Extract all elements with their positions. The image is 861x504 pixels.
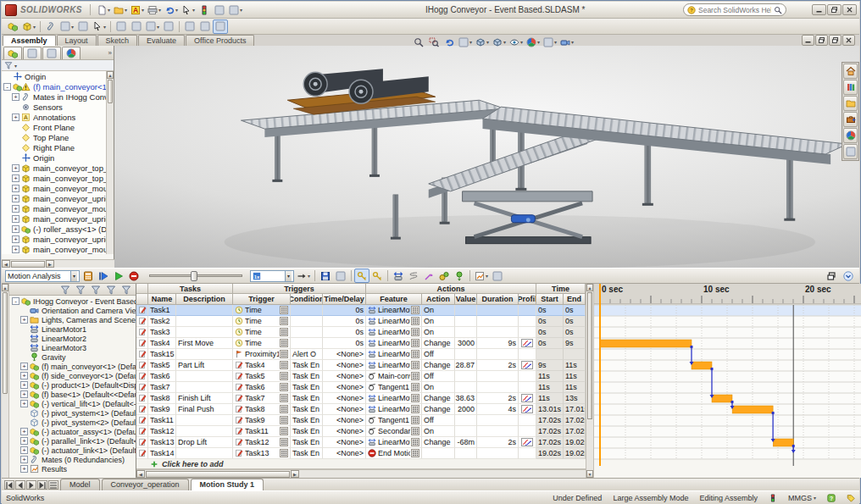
- force-button[interactable]: [421, 269, 436, 283]
- tree-item-f-main-conveyor-1-defau[interactable]: +(f) main_conveyor<1> (Defau: [10, 362, 136, 371]
- scroll-thumb[interactable]: [587, 292, 592, 419]
- tree-item-linearmotor3[interactable]: LinearMotor3: [10, 343, 136, 352]
- trigger-cell[interactable]: Time: [233, 327, 291, 338]
- mate-button[interactable]: [43, 19, 58, 34]
- expand-toggle[interactable]: +: [20, 437, 28, 445]
- tab-motion-study-1[interactable]: Motion Study 1: [191, 479, 264, 490]
- tree-item-main-conveyor-mount-l[interactable]: +main_conveyor_mount_l: [2, 244, 106, 254]
- tree-item-product-1-default-disp[interactable]: +(-) product<1> (Default<Disp: [10, 380, 136, 390]
- tree-item-vertical-lift-1-default[interactable]: +(-) vertical_lift<1> (Default<-: [10, 399, 136, 408]
- collapse-motionmanager-button[interactable]: [841, 269, 856, 283]
- trigger-cell[interactable]: Task7: [233, 393, 291, 404]
- tree-item-annotations[interactable]: +AAnnotations: [2, 112, 106, 122]
- edit-appearance-button[interactable]: [525, 35, 542, 49]
- expand-toggle[interactable]: +: [12, 246, 19, 253]
- expand-toggle[interactable]: +: [20, 400, 28, 407]
- trigger-cell[interactable]: Task8: [233, 404, 291, 415]
- options-menu-button[interactable]: [227, 3, 244, 17]
- tree-item-f-side-conveyor-1-defau[interactable]: +(f) side_conveyor<1> (Defau: [10, 371, 136, 380]
- tree-item-mates-0-redundancies[interactable]: +Mates (0 Redundancies): [10, 455, 136, 464]
- featuremanager-filter[interactable]: [2, 60, 114, 71]
- feature-cell[interactable]: LinearMotor: [366, 437, 422, 448]
- task-row-task12[interactable]: Task12Task11Task En<None>SecondaryOn17.0…: [136, 426, 586, 437]
- scroll-thumb[interactable]: [108, 80, 113, 103]
- search-icon[interactable]: [774, 6, 782, 14]
- expand-toggle[interactable]: +: [20, 363, 28, 370]
- animation-wizard-button[interactable]: [333, 269, 348, 283]
- spring-button[interactable]: [406, 269, 421, 283]
- units-selector[interactable]: MMGS: [788, 494, 816, 502]
- expand-toggle[interactable]: +: [20, 446, 28, 454]
- profile-chart-icon[interactable]: [521, 394, 533, 402]
- study-type-select[interactable]: Motion Analysis: [5, 270, 80, 282]
- trigger-cell[interactable]: Task4: [233, 360, 291, 371]
- tab-menu-button[interactable]: [48, 480, 58, 490]
- feature-cell[interactable]: LinearMotor: [366, 338, 422, 349]
- task-row-icon-cell[interactable]: [136, 316, 148, 327]
- tree-item-ihogg-conveyor-event-based[interactable]: -IHogg Conveyor - Event Based (: [10, 296, 136, 306]
- task-row-icon-cell[interactable]: [136, 327, 148, 338]
- scroll-up-icon[interactable]: ▲: [2, 284, 8, 291]
- open-button[interactable]: [112, 3, 129, 17]
- configurationmanager-tab[interactable]: [42, 47, 61, 59]
- expand-toggle[interactable]: -: [3, 83, 11, 91]
- pop-out-motionmanager-button[interactable]: [824, 269, 839, 283]
- motion-tree-scrollbar[interactable]: ▲: [2, 284, 9, 478]
- feature-cell[interactable]: LinearMotor: [366, 305, 422, 316]
- tab-evaluate[interactable]: Evaluate: [138, 35, 185, 46]
- filter-results-button[interactable]: [103, 284, 119, 295]
- feature-tree-horizontal-scrollbar[interactable]: ◀ ▶: [2, 259, 114, 268]
- profile-cell[interactable]: [519, 404, 536, 415]
- contact-button[interactable]: [436, 269, 452, 283]
- profile-chart-icon[interactable]: [521, 438, 533, 446]
- stop-button[interactable]: [126, 269, 142, 283]
- profile-cell[interactable]: [519, 360, 536, 371]
- minimize-document-button[interactable]: [802, 35, 814, 46]
- apply-scene-button[interactable]: [542, 35, 558, 49]
- prev-tab-button[interactable]: [15, 480, 25, 490]
- task-row-task15[interactable]: Task15Proximity1Alert O<None>LinearMotor…: [136, 349, 586, 360]
- expand-toggle[interactable]: +: [12, 114, 19, 121]
- view-settings-button[interactable]: [558, 35, 575, 49]
- last-tab-button[interactable]: [37, 480, 47, 490]
- trigger-cell[interactable]: Time: [233, 338, 291, 349]
- search-input[interactable]: [698, 6, 771, 14]
- linear-component-pattern-button[interactable]: [58, 19, 75, 34]
- trigger-cell[interactable]: Time: [233, 305, 291, 316]
- expand-toggle[interactable]: +: [20, 465, 28, 473]
- rebuild-button[interactable]: [197, 3, 212, 17]
- task-row-task4[interactable]: Task4First MoveTime0sLinearMotorChange30…: [136, 338, 586, 349]
- task-row-task7[interactable]: Task7Task6Task En<None>Tangent1On11s11s: [136, 382, 586, 393]
- task-row-task14[interactable]: Task14Task13Task En<None>End Motion19.02…: [136, 448, 586, 459]
- task-row-icon-cell[interactable]: [136, 382, 148, 393]
- tree-item-actuator-link-1-default[interactable]: +(-) actuator_link<1> (Default: [10, 446, 136, 455]
- undo-button[interactable]: [163, 3, 180, 17]
- expand-toggle[interactable]: +: [12, 215, 19, 223]
- task-row-task9[interactable]: Task9Final PushTask8Task En<None>LinearM…: [136, 404, 586, 415]
- expand-toggle[interactable]: -: [12, 297, 19, 305]
- motor-button[interactable]: [391, 269, 406, 283]
- scroll-left-icon[interactable]: ◀: [2, 260, 10, 268]
- tree-item-main-conveyor-upright[interactable]: +main_conveyor_upright<: [2, 213, 106, 224]
- gantt-task-bar[interactable]: [600, 340, 692, 347]
- make-drawing-button[interactable]: A: [129, 3, 146, 17]
- close-document-button[interactable]: [842, 35, 855, 46]
- tree-item-origin[interactable]: Origin: [2, 152, 106, 163]
- featuremanager-design-tree-tab[interactable]: [3, 47, 22, 59]
- restore-document-button[interactable]: [815, 35, 828, 46]
- slider-thumb[interactable]: [191, 271, 197, 281]
- tab-assembly[interactable]: Assembly: [3, 35, 56, 46]
- move-component-button[interactable]: [91, 19, 108, 34]
- tile-windows-button[interactable]: [829, 35, 842, 46]
- tree-item-right-plane[interactable]: Right Plane: [2, 142, 106, 152]
- tree-item-mates-in-ihogg-conveyo[interactable]: +Mates in IHogg Conveyo: [2, 91, 106, 102]
- appearances-tab[interactable]: [62, 47, 81, 59]
- tab-model[interactable]: Model: [60, 479, 100, 490]
- task-row-task1[interactable]: Task1Time0sLinearMotorOn0s0s: [136, 305, 586, 316]
- gantt-task-bar[interactable]: [732, 406, 773, 413]
- task-row-icon-cell[interactable]: [136, 448, 148, 459]
- expand-toggle[interactable]: +: [20, 381, 28, 389]
- task-row-icon-cell[interactable]: [136, 415, 148, 426]
- display-style-button[interactable]: [491, 35, 508, 49]
- view-orientation-button[interactable]: [474, 35, 491, 49]
